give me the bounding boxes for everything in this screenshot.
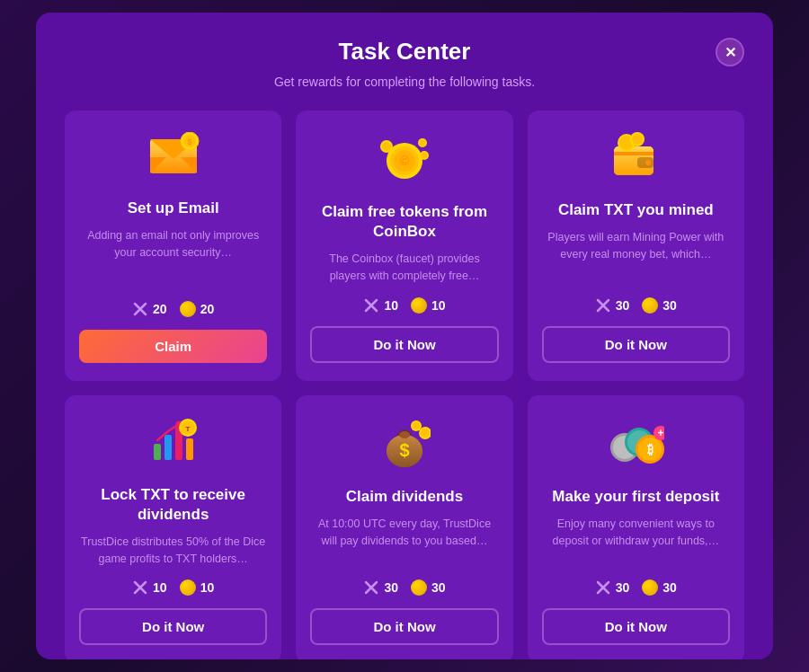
- modal-subtitle: Get rewards for completing the following…: [65, 75, 744, 89]
- svg-text:+: +: [658, 427, 664, 439]
- svg-text:₿: ₿: [647, 442, 653, 456]
- reward-x-value-coinbox: 10: [384, 298, 398, 313]
- reward-coin-value-coinbox: 10: [431, 298, 446, 313]
- task-desc-claim-txt: Players will earn Mining Power with ever…: [542, 229, 730, 285]
- svg-rect-34: [164, 435, 172, 460]
- svg-text:©: ©: [400, 154, 410, 168]
- claim-button-email[interactable]: Claim: [79, 330, 267, 363]
- task-title-first-deposit: Make your first deposit: [552, 487, 719, 507]
- task-card-lock-txt: T Lock TXT to receive dividends TrustDic…: [65, 395, 281, 659]
- reward-coin-claim-txt: 30: [642, 297, 677, 314]
- task-rewards-first-deposit: 30 30: [595, 579, 677, 596]
- svg-point-15: [382, 142, 391, 151]
- svg-point-30: [632, 134, 643, 145]
- task-title-coinbox: Claim free tokens from CoinBox: [310, 202, 498, 242]
- svg-point-45: [399, 431, 410, 438]
- svg-text:$: $: [399, 440, 409, 460]
- task-card-coinbox: © Claim free tokens from CoinBox The Coi…: [296, 111, 512, 381]
- do-now-button-lock-txt[interactable]: Do it Now: [79, 608, 267, 645]
- reward-x-coinbox: 10: [363, 297, 398, 314]
- task-title-email: Set up Email: [128, 199, 219, 218]
- reward-x-value-email: 20: [153, 302, 167, 316]
- task-desc-dividends: At 10:00 UTC every day, TrustDice will p…: [310, 516, 498, 568]
- reward-coin-value-first-deposit: 30: [662, 580, 677, 595]
- do-now-button-first-deposit[interactable]: Do it Now: [542, 608, 730, 645]
- reward-x-value-dividends: 30: [384, 580, 398, 595]
- task-title-dividends: Claim dividends: [346, 487, 463, 507]
- svg-point-19: [421, 153, 427, 159]
- svg-rect-33: [154, 444, 161, 460]
- coin-icon-claim-txt: [642, 297, 658, 314]
- task-desc-coinbox: The Coinbox (faucet) provides players wi…: [310, 251, 498, 285]
- reward-x-value-claim-txt: 30: [616, 298, 630, 313]
- coin-icon-lock-txt: [180, 579, 196, 596]
- task-desc-email: Adding an email not only improves your a…: [79, 227, 267, 288]
- do-now-button-coinbox[interactable]: Do it Now: [310, 326, 498, 363]
- task-icon-first-deposit: ₿ +: [607, 417, 664, 474]
- task-rewards-dividends: 30 30: [363, 579, 445, 596]
- reward-coin-coinbox: 10: [411, 297, 446, 314]
- task-rewards-coinbox: 10 10: [363, 297, 445, 314]
- task-icon-dividends: $: [378, 417, 431, 474]
- task-title-lock-txt: Lock TXT to receive dividends: [79, 485, 267, 525]
- reward-x-email: 20: [132, 301, 167, 317]
- svg-text:$: $: [187, 137, 191, 146]
- task-icon-lock-txt: T: [147, 417, 200, 473]
- coin-icon-email: [180, 301, 196, 317]
- coin-icon-coinbox: [411, 297, 427, 314]
- task-icon-coinbox: ©: [378, 132, 431, 190]
- task-card-setup-email: $ Set up Email Adding an email not only …: [65, 111, 281, 381]
- task-rewards-email: 20 20: [132, 301, 214, 317]
- do-now-button-claim-txt[interactable]: Do it Now: [542, 326, 730, 363]
- task-title-claim-txt: Claim TXT you mined: [558, 200, 714, 220]
- modal-title: Task Center: [65, 38, 744, 66]
- task-rewards-lock-txt: 10 10: [132, 579, 214, 596]
- reward-x-claim-txt: 30: [595, 297, 630, 314]
- reward-x-first-deposit: 30: [595, 579, 630, 596]
- task-center-modal: Task Center ✕ Get rewards for completing…: [36, 13, 773, 659]
- task-card-first-deposit: ₿ + Make your first deposit Enjoy many c…: [528, 395, 744, 659]
- reward-coin-value-claim-txt: 30: [662, 298, 677, 313]
- modal-header: Task Center ✕: [65, 38, 744, 66]
- task-card-dividends: $ Claim dividends At 10:00 UTC every da: [296, 395, 512, 659]
- reward-coin-value-lock-txt: 10: [200, 580, 215, 595]
- reward-coin-value-email: 20: [200, 302, 215, 316]
- reward-coin-dividends: 30: [411, 579, 446, 596]
- reward-x-value-first-deposit: 30: [616, 580, 630, 595]
- svg-text:T: T: [185, 425, 190, 433]
- reward-coin-first-deposit: 30: [642, 579, 677, 596]
- svg-point-48: [421, 429, 430, 438]
- svg-point-50: [413, 422, 420, 429]
- svg-point-17: [419, 140, 425, 146]
- reward-coin-email: 20: [180, 301, 215, 317]
- tasks-grid: $ Set up Email Adding an email not only …: [65, 111, 744, 659]
- reward-x-lock-txt: 10: [132, 579, 167, 596]
- task-card-claim-txt: Claim TXT you mined Players will earn Mi…: [528, 111, 744, 381]
- task-desc-lock-txt: TrustDice distributes 50% of the Dice ga…: [79, 534, 267, 568]
- coin-icon-dividends: [411, 579, 427, 596]
- task-desc-first-deposit: Enjoy many convenient ways to deposit or…: [542, 516, 730, 568]
- reward-x-value-lock-txt: 10: [153, 580, 167, 595]
- do-now-button-dividends[interactable]: Do it Now: [310, 608, 498, 645]
- svg-point-26: [645, 160, 651, 165]
- coin-icon-first-deposit: [642, 579, 658, 596]
- task-rewards-claim-txt: 30 30: [595, 297, 677, 314]
- svg-rect-24: [614, 152, 653, 155]
- close-button[interactable]: ✕: [716, 38, 744, 66]
- reward-coin-lock-txt: 10: [180, 579, 215, 596]
- reward-x-dividends: 30: [363, 579, 398, 596]
- reward-coin-value-dividends: 30: [431, 580, 446, 595]
- svg-rect-36: [186, 438, 193, 460]
- task-icon-claim-txt: [609, 132, 662, 188]
- task-icon-email: $: [147, 132, 200, 186]
